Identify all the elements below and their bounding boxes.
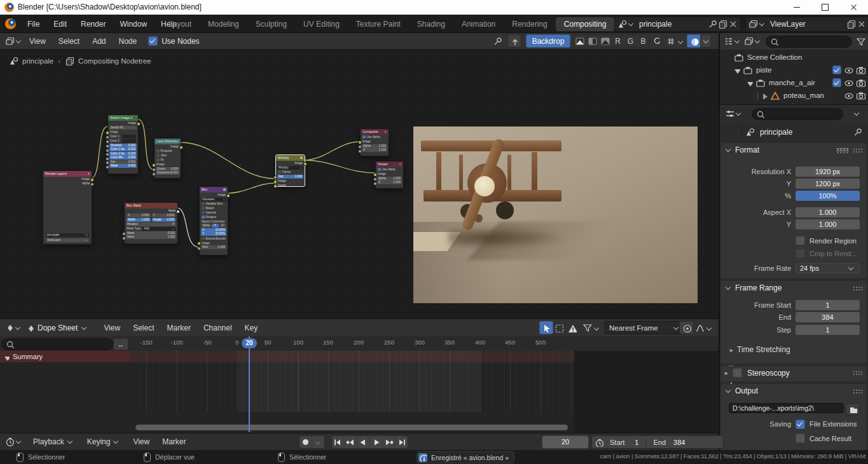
pin-icon[interactable] [493, 36, 503, 46]
use-nodes-checkbox[interactable] [148, 36, 158, 46]
tab-texture-paint[interactable]: Texture Paint [348, 17, 409, 31]
tab-rendering[interactable]: Rendering [504, 17, 555, 31]
horizontal-scrollbar[interactable] [135, 425, 568, 430]
node-group-switch-image[interactable]: Switch Image 2 Image Switch W... Image C… [107, 114, 139, 174]
slider-color-mix[interactable]: Color Mix0.500 [109, 156, 137, 160]
only-errors-button[interactable] [566, 322, 579, 334]
current-frame-field[interactable]: 20 [542, 435, 589, 449]
socket-in[interactable] [197, 247, 201, 250]
backdrop-channel-alpha-button[interactable] [599, 35, 612, 47]
menu-node[interactable]: Node [113, 37, 144, 46]
format-panel-header[interactable]: Format [725, 146, 759, 154]
marker-menu[interactable]: Marker [156, 437, 192, 446]
socket-image-in[interactable] [197, 242, 201, 245]
stereoscopy-checkbox[interactable] [733, 368, 742, 378]
outliner-row-manche-a-air[interactable]: manche_a_air [720, 76, 868, 89]
resolution-y-field[interactable]: 1200 px [796, 179, 860, 189]
mode-dropdown[interactable]: Dope Sheet [26, 324, 88, 332]
editor-type-icon[interactable] [725, 109, 735, 119]
snap-dropdown[interactable]: Nearest Frame [604, 321, 685, 334]
end-value[interactable]: 384 [673, 439, 685, 446]
backdrop-toggle[interactable]: Backdrop [526, 34, 570, 48]
tab-compositing[interactable]: Compositing [556, 17, 615, 31]
disclosure-triangle-icon[interactable] [745, 79, 753, 86]
close-button[interactable] [839, 0, 868, 15]
collection-checkbox[interactable] [832, 65, 841, 74]
panel-grip-icon[interactable] [853, 148, 863, 153]
blur-y-slider[interactable]: Y33.00% [201, 232, 226, 236]
playhead-line[interactable] [249, 336, 250, 432]
stopwatch-icon[interactable] [595, 438, 603, 447]
socket-image-out[interactable] [303, 162, 307, 166]
panel-grip-icon[interactable] [853, 389, 863, 394]
auto-key-button[interactable] [300, 436, 312, 448]
value-field[interactable]: Value1.000 [126, 235, 176, 239]
tab-uv-editing[interactable]: UV Editing [295, 17, 348, 31]
view-menu[interactable]: View [127, 437, 156, 446]
disclosure-triangle-icon[interactable] [760, 92, 768, 99]
menu-view[interactable]: View [97, 324, 127, 332]
new-scene-icon[interactable] [718, 19, 728, 29]
filter-invert-button[interactable]: ↔ [113, 338, 128, 350]
chevron-down-icon[interactable] [16, 439, 21, 444]
jump-to-start-button[interactable] [332, 436, 345, 448]
frame-range-panel-header[interactable]: Frame Range [725, 283, 782, 292]
channel-b-button[interactable]: B [637, 35, 649, 47]
falloff-curve-icon[interactable] [695, 323, 705, 332]
channel-search-input[interactable] [1, 338, 113, 350]
z-field[interactable]: Z1.000 [377, 181, 402, 184]
socket-image-in[interactable] [358, 140, 362, 144]
distort-field[interactable]: Distort0.000 [156, 167, 179, 171]
camera-icon[interactable] [856, 91, 865, 100]
z-field[interactable]: Z1.000 [362, 148, 387, 152]
scene-name[interactable]: principale [635, 20, 675, 29]
parent-node-tree-button[interactable] [507, 34, 521, 48]
channel-g-button[interactable]: G [624, 35, 637, 47]
socket-in[interactable] [122, 236, 126, 240]
chevron-down-icon[interactable] [678, 39, 683, 44]
mask-field[interactable]: Mask0.000 [126, 231, 176, 235]
node-lens-distortion[interactable]: Lens Distortion Image Projector Jitter F… [154, 138, 181, 179]
chevron-down-icon[interactable] [594, 325, 599, 331]
socket-in[interactable] [106, 165, 109, 169]
filter-icon[interactable] [582, 323, 592, 332]
viewlayer-name[interactable]: ViewLayer [766, 20, 809, 29]
cache-result-checkbox[interactable] [796, 433, 805, 443]
presets-icon[interactable] [836, 148, 849, 153]
chevron-down-icon[interactable] [16, 38, 21, 43]
menu-select[interactable]: Select [52, 37, 86, 46]
close-icon[interactable] [857, 19, 867, 29]
socket-alpha-out[interactable] [90, 182, 94, 186]
menu-file[interactable]: File [20, 20, 46, 29]
menu-key[interactable]: Key [238, 324, 265, 332]
disclosure-triangle-icon[interactable] [733, 66, 740, 74]
new-viewlayer-icon[interactable] [846, 19, 857, 29]
backdrop-channel-color-alpha-button[interactable] [586, 35, 599, 47]
eye-icon[interactable] [844, 78, 853, 88]
node-viewer[interactable]: Viewer◐ Use Alpha Image Alpha1.000 Z1.00… [375, 161, 404, 189]
box-select-button[interactable] [553, 322, 565, 334]
resolution-x-field[interactable]: 1920 px [796, 167, 860, 177]
frame-step-field[interactable]: 1 [796, 325, 860, 335]
play-button[interactable] [370, 436, 383, 448]
socket-image-out[interactable] [137, 122, 141, 126]
outliner-row-poteau-man[interactable]: | poteau_man [720, 89, 868, 102]
tab-shading[interactable]: Shading [409, 17, 453, 31]
auto-key-options[interactable] [312, 436, 324, 448]
disclosure-triangle-icon[interactable] [3, 353, 10, 360]
scene-field[interactable]: principale▢ [46, 233, 89, 237]
slider-dissolve[interactable]: Dissolve0.000 [109, 144, 137, 147]
prev-keyframe-button[interactable] [345, 436, 357, 448]
blur-type-dropdown[interactable]: Gaussian⌄ [201, 198, 226, 201]
socket-image-in[interactable] [373, 173, 377, 177]
scene-selector[interactable]: principale [614, 17, 741, 32]
slider-mask[interactable]: Mask0.400 [109, 164, 137, 168]
next-keyframe-button[interactable] [383, 436, 396, 448]
socket-image-out[interactable] [226, 194, 230, 198]
breadcrumb-tree[interactable]: Compositing Nodetree [78, 57, 151, 65]
dope-sheet-body[interactable]: Summary [0, 351, 719, 433]
blend-mode-dropdown[interactable]: Multiply⌄ [277, 166, 303, 170]
alpha-field[interactable]: Alpha1.000 [362, 144, 387, 148]
editor-type-icon[interactable] [5, 36, 15, 46]
start-value[interactable]: 1 [635, 439, 638, 446]
